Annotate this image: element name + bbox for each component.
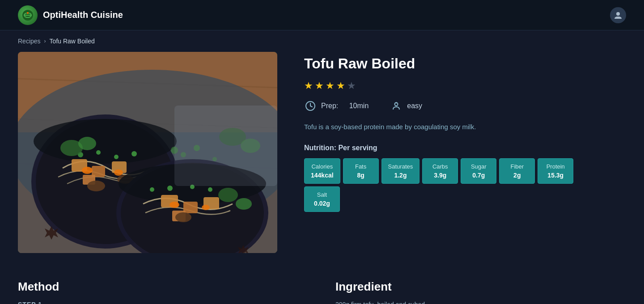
svg-point-43 [236, 198, 252, 210]
nut-name-calories: Calories [311, 163, 334, 170]
star-rating: ★ ★ ★ ★ ★ [304, 80, 626, 92]
star-2: ★ [315, 80, 324, 92]
nut-name-fiber: Fiber [506, 163, 528, 170]
app-logo [18, 5, 38, 25]
svg-line-55 [310, 106, 312, 107]
star-5: ★ [347, 80, 356, 92]
star-3: ★ [326, 80, 335, 92]
nutrition-salt: Salt 0.02g [304, 186, 340, 212]
app-title: OptiHealth Cuisine [43, 10, 123, 20]
svg-point-23 [96, 150, 101, 155]
breadcrumb-current: Tofu Raw Boiled [50, 38, 95, 45]
nut-name-salt: Salt [311, 191, 333, 198]
recipe-description: Tofu is a soy-based protein made by coag… [304, 122, 626, 132]
nutrition-protein: Protein 15.3g [538, 158, 573, 184]
svg-point-36 [202, 205, 210, 210]
chef-icon [390, 100, 402, 112]
nut-name-saturates: Saturates [388, 163, 413, 170]
method-title: Method [18, 280, 309, 294]
nutrition-saturates: Saturates 1.2g [381, 158, 420, 184]
nut-name-fats: Fats [350, 163, 372, 170]
prep-time-value: 10min [349, 102, 369, 110]
nut-value-calories: 144kcal [311, 172, 334, 179]
step-1-label: STEP 1 [18, 301, 309, 304]
nut-value-salt: 0.02g [311, 200, 333, 207]
header-logo-area: OptiHealth Cuisine [18, 5, 123, 25]
svg-point-13 [34, 119, 177, 164]
nut-value-protein: 15.3g [544, 172, 567, 179]
svg-point-39 [167, 186, 173, 191]
nutrition-fats: Fats 8g [343, 158, 379, 184]
recipe-image [18, 52, 277, 253]
svg-point-57 [396, 102, 397, 104]
svg-point-41 [208, 187, 212, 192]
svg-point-35 [169, 202, 179, 208]
nutrition-grid-row2: Salt 0.02g [304, 186, 626, 212]
svg-point-25 [131, 151, 137, 156]
recipe-title: Tofu Raw Boiled [304, 55, 626, 72]
nutrition-sugar: Sugar 0.7g [461, 158, 496, 184]
meta-row: Prep: 10min easy [304, 100, 626, 112]
method-section: Method STEP 1 [18, 280, 309, 304]
svg-rect-52 [174, 106, 277, 186]
nut-value-fiber: 2g [506, 172, 528, 179]
nutrition-label: Nutrition: Per serving [304, 144, 626, 152]
nutrition-calories: Calories 144kcal [304, 158, 340, 184]
ingredient-first-item: 200g firm tofu, boiled and cubed [335, 301, 626, 304]
user-avatar[interactable] [610, 7, 626, 23]
nut-name-sugar: Sugar [467, 163, 490, 170]
svg-point-20 [87, 181, 105, 191]
star-4: ★ [336, 80, 345, 92]
clock-icon [304, 100, 317, 112]
nutrition-fiber: Fiber 2g [499, 158, 535, 184]
difficulty-item: easy [390, 100, 422, 112]
main-content: Tofu Raw Boiled ★ ★ ★ ★ ★ Prep: 10min [0, 48, 644, 271]
svg-point-19 [114, 169, 123, 176]
breadcrumb-recipes-link[interactable]: Recipes [18, 38, 41, 45]
svg-point-42 [218, 188, 238, 202]
breadcrumb: Recipes › Tofu Raw Boiled [0, 30, 644, 48]
nutrition-carbs: Carbs 3.9g [422, 158, 458, 184]
nut-name-protein: Protein [544, 163, 567, 170]
bottom-section: Method STEP 1 Ingredient 200g firm tofu,… [0, 271, 644, 304]
svg-point-37 [175, 212, 191, 222]
svg-point-38 [150, 187, 154, 192]
ingredient-title: Ingredient [335, 280, 626, 294]
nut-value-carbs: 3.9g [429, 172, 451, 179]
svg-point-24 [114, 155, 119, 159]
ingredient-section: Ingredient 200g firm tofu, boiled and cu… [335, 280, 626, 304]
nut-name-carbs: Carbs [429, 163, 451, 170]
prep-label: Prep: [321, 102, 338, 110]
svg-point-4 [616, 12, 620, 16]
prep-time-item: Prep: 10min [304, 100, 369, 112]
star-1: ★ [304, 80, 313, 92]
nut-value-sugar: 0.7g [467, 172, 490, 179]
difficulty-value: easy [407, 102, 422, 110]
svg-point-18 [82, 167, 93, 174]
svg-point-3 [27, 12, 29, 14]
nut-value-fats: 8g [350, 172, 372, 179]
recipe-info-panel: Tofu Raw Boiled ★ ★ ★ ★ ★ Prep: 10min [304, 52, 626, 212]
svg-point-27 [78, 137, 96, 150]
breadcrumb-separator: › [44, 38, 46, 44]
nutrition-grid: Calories 144kcal Fats 8g Saturates 1.2g … [304, 158, 626, 184]
nut-value-saturates: 1.2g [388, 172, 413, 179]
